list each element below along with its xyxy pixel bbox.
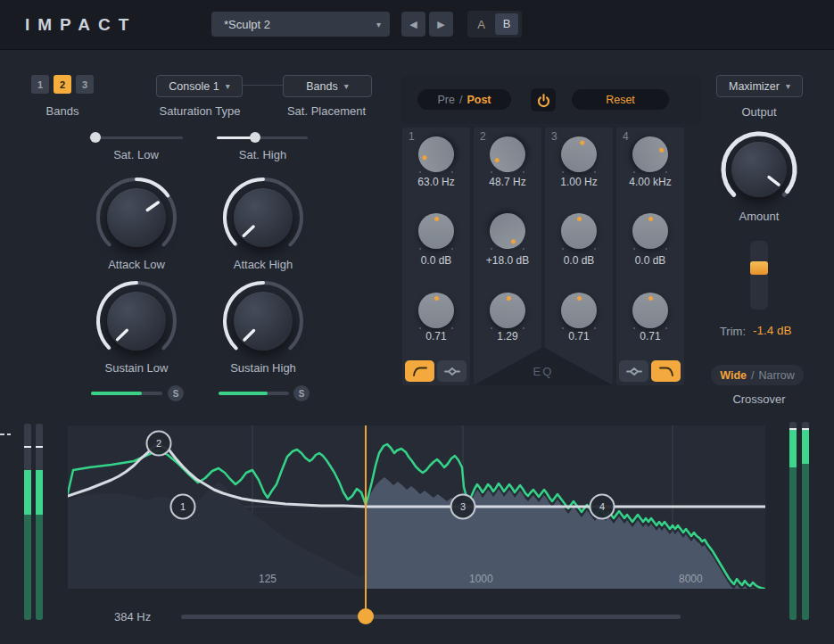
sat-high-slider-thumb[interactable] (250, 132, 260, 143)
band-1-button[interactable]: 1 (31, 75, 49, 94)
eq-freq-value: 63.0 Hz (402, 176, 470, 188)
bands-label: Bands (27, 104, 98, 118)
eq-gain-value: 0.0 dB (616, 254, 684, 267)
wide-label: Wide (720, 369, 747, 382)
attack-high-knob[interactable] (220, 175, 306, 260)
eq-gain-value: 0.0 dB (545, 254, 613, 267)
crossover-cursor-line (365, 425, 367, 613)
eq-band-3-column: 31.00 Hz0.0 dB0.71 (545, 128, 613, 385)
lowpass-filter-button[interactable] (651, 360, 681, 382)
svg-text:4: 4 (599, 501, 605, 512)
output-amount-knob[interactable] (716, 127, 802, 212)
pre-post-divider: / (459, 94, 462, 106)
saturation-type-value: Console 1 (169, 80, 219, 93)
crossover-frequency-slider-thumb[interactable] (358, 608, 374, 624)
eq-gain-knob[interactable] (632, 213, 668, 249)
eq-section-label: EQ (499, 365, 588, 378)
bell-filter-button[interactable] (619, 360, 648, 382)
knob-indicator-dot (577, 217, 582, 221)
attack-high-label: Attack High (201, 258, 326, 271)
solo-low-button[interactable]: S (168, 385, 184, 401)
eq-band-1-column: 163.0 Hz0.0 dB0.71 (402, 128, 470, 385)
eq-freq-knob[interactable] (418, 136, 454, 172)
sustain-low-label: Sustain Low (74, 361, 199, 375)
meter-clip-tick (0, 433, 4, 435)
knob-indicator-dot (506, 296, 510, 301)
eq-power-button[interactable] (531, 88, 556, 111)
output-meter-right-channel (802, 422, 809, 620)
knob-indicator-dot (648, 296, 653, 301)
preset-selector[interactable]: *Sculpt 2 ▾ (211, 12, 390, 37)
sat-low-label: Sat. Low (94, 148, 178, 161)
top-bar: IMPACT *Sculpt 2 ▾ ◀ ▶ A B (0, 0, 834, 50)
preset-next-button[interactable]: ▶ (429, 12, 453, 37)
trim-slider-handle[interactable] (750, 261, 768, 275)
sat-low-slider[interactable] (89, 136, 183, 139)
highpass-filter-button[interactable] (405, 360, 434, 382)
eq-gain-knob[interactable] (561, 213, 597, 249)
chevron-down-icon: ▾ (226, 81, 230, 91)
crossover-label: Crossover (714, 392, 804, 406)
sustain-high-knob[interactable] (220, 278, 306, 364)
solo-high-button[interactable]: S (293, 385, 310, 401)
eq-freq-value: 4.00 kHz (616, 176, 684, 188)
eq-q-value: 0.71 (402, 330, 470, 343)
frequency-gridline-label: 125 (259, 573, 277, 585)
eq-freq-value: 48.7 Hz (474, 176, 541, 188)
band-3-button[interactable]: 3 (76, 75, 94, 94)
routing-connector-line (241, 85, 283, 86)
output-meter-left-channel (789, 422, 797, 620)
bell-filter-button[interactable] (437, 360, 467, 382)
eq-q-knob[interactable] (561, 293, 597, 328)
knob-indicator-dot (511, 238, 517, 244)
chevron-down-icon: ▾ (376, 20, 381, 29)
knob-indicator-dot (494, 158, 500, 164)
eq-q-value: 1.29 (474, 330, 541, 343)
eq-gain-knob[interactable] (490, 213, 525, 249)
pre-post-toggle[interactable]: Pre / Post (417, 89, 511, 110)
svg-text:1: 1 (180, 501, 186, 512)
ab-b-button[interactable]: B (495, 13, 518, 35)
output-label: Output (714, 105, 804, 119)
eq-q-knob[interactable] (418, 293, 454, 328)
eq-node-1[interactable]: 1 (171, 495, 195, 519)
eq-gain-value: 0.0 dB (402, 254, 470, 267)
wide-narrow-toggle[interactable]: Wide / Narrow (711, 365, 804, 385)
eq-band-columns: 163.0 Hz0.0 dB0.71248.7 Hz+18.0 dB1.2931… (402, 128, 684, 385)
eq-node-4[interactable]: 4 (590, 495, 615, 519)
sat-low-slider-thumb[interactable] (90, 132, 101, 143)
svg-text:3: 3 (460, 501, 466, 512)
spectrum-display[interactable]: 123412510008000 (68, 425, 765, 589)
eq-q-knob[interactable] (632, 293, 668, 328)
knob-indicator-dot (658, 147, 665, 153)
eq-band-2-column: 248.7 Hz+18.0 dB1.29 (474, 128, 541, 385)
saturation-type-dropdown[interactable]: Console 1 ▾ (156, 75, 243, 97)
eq-node-3[interactable]: 3 (451, 495, 475, 519)
sat-placement-dropdown[interactable]: Bands ▾ (283, 75, 372, 97)
sustain-low-amount-fill (91, 392, 142, 395)
knob-indicator-dot (434, 296, 439, 301)
ab-a-button[interactable]: A (467, 18, 495, 31)
sustain-low-knob[interactable] (94, 278, 179, 364)
trim-slider[interactable] (750, 241, 768, 310)
eq-freq-value: 1.00 Hz (545, 176, 613, 188)
band-number: 2 (480, 130, 486, 143)
eq-band-4-column: 44.00 kHz0.0 dB0.71 (616, 128, 684, 385)
eq-node-2[interactable]: 2 (147, 432, 171, 456)
sat-high-label: Sat. High (220, 148, 305, 161)
chevron-down-icon: ▾ (786, 81, 790, 91)
eq-freq-knob[interactable] (490, 136, 525, 172)
knob-indicator-dot (577, 296, 582, 301)
eq-q-knob[interactable] (490, 293, 525, 328)
output-mode-dropdown[interactable]: Maximizer ▾ (716, 75, 803, 97)
band-2-button[interactable]: 2 (54, 75, 71, 94)
knob-indicator-dot (579, 140, 584, 145)
crossover-frequency-slider[interactable] (181, 615, 681, 619)
eq-gain-knob[interactable] (418, 213, 454, 249)
eq-freq-knob[interactable] (561, 136, 597, 172)
eq-freq-knob[interactable] (632, 136, 668, 172)
reset-button[interactable]: Reset (572, 89, 669, 110)
preset-prev-button[interactable]: ◀ (401, 12, 425, 37)
attack-low-knob[interactable] (94, 175, 179, 260)
narrow-label: Narrow (758, 369, 794, 382)
